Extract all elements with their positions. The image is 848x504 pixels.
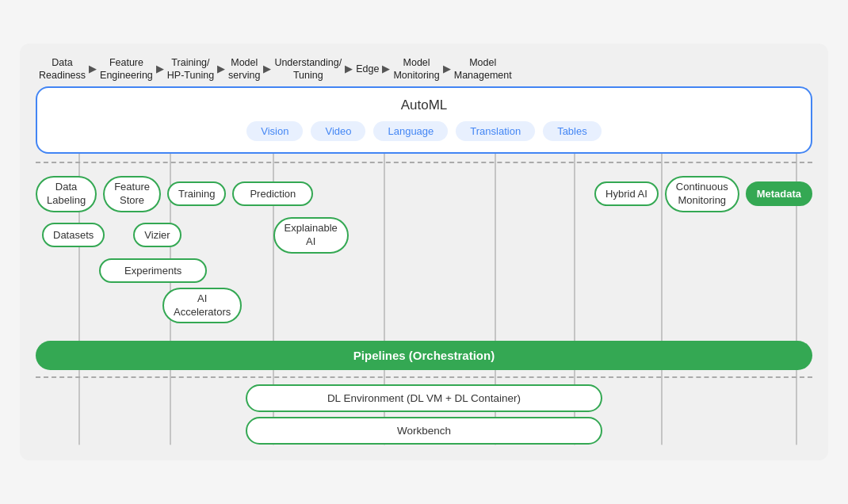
arrow-icon-4: ▶ (263, 63, 271, 74)
automl-chips: Vision Video Language Translation Tables (50, 121, 798, 141)
services-row-3: Experiments (99, 258, 812, 283)
header-step-serving: Model serving (228, 56, 260, 82)
service-feature-store: FeatureStore (103, 176, 161, 212)
header-label: Model Monitoring (393, 56, 439, 82)
bottom-workbench: Workbench (246, 417, 602, 445)
chip-language: Language (373, 121, 448, 141)
service-experiments: Experiments (99, 258, 207, 283)
dashed-separator-bottom (36, 376, 812, 378)
arrow-icon-7: ▶ (443, 63, 451, 74)
header-step-feature-eng: Feature Engineering (100, 56, 153, 82)
service-hybrid-ai: Hybrid AI (594, 181, 659, 206)
bottom-section: DL Environment (DL VM + DL Container) Wo… (36, 384, 812, 445)
automl-title: AutoML (50, 97, 798, 113)
service-metadata: Metadata (746, 181, 812, 206)
bottom-dl-environment: DL Environment (DL VM + DL Container) (246, 384, 602, 412)
chip-video: Video (311, 121, 365, 141)
service-vizier: Vizier (133, 223, 181, 247)
header-label: Edge (356, 63, 379, 75)
diagram-body: AutoML Vision Video Language Translation… (36, 86, 812, 445)
services-row-1: DataLabeling FeatureStore Training Predi… (36, 176, 812, 212)
service-explainable-ai: ExplainableAI (273, 217, 349, 254)
header-step-edge: Edge (356, 63, 379, 75)
dashed-separator-top (36, 162, 812, 163)
header-label: Data Readiness (39, 56, 86, 82)
services-row-2: Datasets Vizier ExplainableAI (36, 217, 812, 254)
automl-box: AutoML Vision Video Language Translation… (36, 86, 812, 154)
header-label: Understanding/ Tuning (274, 56, 342, 82)
services-row-4: AIAccelerators (162, 288, 812, 324)
service-data-labeling: DataLabeling (36, 176, 97, 212)
header-step-management: Model Management (454, 56, 512, 82)
service-ai-accelerators: AIAccelerators (162, 288, 242, 324)
service-training: Training (167, 181, 226, 206)
header-step-data-readiness: Data Readiness (39, 56, 86, 82)
services-section: DataLabeling FeatureStore Training Predi… (36, 170, 812, 334)
header-label: Model serving (228, 56, 260, 82)
chip-translation: Translation (456, 121, 535, 141)
arrow-icon-1: ▶ (89, 63, 97, 74)
arrow-icon-2: ▶ (156, 63, 164, 74)
content-layer: AutoML Vision Video Language Translation… (36, 86, 812, 445)
arrow-icon-3: ▶ (217, 63, 225, 74)
service-prediction: Prediction (232, 181, 313, 206)
header-label: Training/ HP-Tuning (167, 56, 214, 82)
header-step-monitoring: Model Monitoring (393, 56, 439, 82)
main-diagram: Data Readiness ▶ Feature Engineering ▶ T… (20, 44, 828, 461)
arrow-icon-5: ▶ (345, 63, 353, 74)
header-step-training: Training/ HP-Tuning (167, 56, 214, 82)
header-label: Feature Engineering (100, 56, 153, 82)
arrow-icon-6: ▶ (382, 63, 390, 74)
header-label: Model Management (454, 56, 512, 82)
chip-vision: Vision (246, 121, 303, 141)
pipelines-bar: Pipelines (Orchestration) (36, 341, 812, 370)
header-row: Data Readiness ▶ Feature Engineering ▶ T… (36, 56, 812, 82)
header-step-understanding: Understanding/ Tuning (274, 56, 342, 82)
service-datasets: Datasets (42, 223, 105, 247)
chip-tables: Tables (543, 121, 602, 141)
service-continuous-monitoring: ContinuousMonitoring (665, 176, 739, 212)
